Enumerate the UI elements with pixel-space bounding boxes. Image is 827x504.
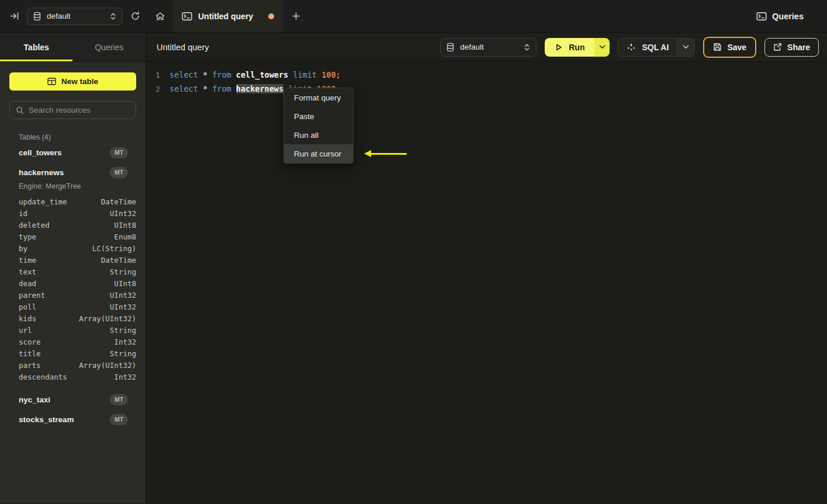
- column-name: parent: [19, 291, 45, 300]
- column-row: deadUInt8: [9, 277, 136, 289]
- active-tab-underline: [0, 60, 72, 61]
- column-row: timeDateTime: [9, 254, 136, 266]
- column-type: Int32: [114, 373, 136, 381]
- engine-badge: MT: [110, 147, 128, 158]
- menu-item-paste[interactable]: Paste: [284, 107, 353, 126]
- database-selector-value: default: [47, 12, 71, 20]
- column-name: deleted: [19, 221, 50, 230]
- home-button[interactable]: [146, 0, 174, 32]
- table-row[interactable]: nyc_taxiMT: [9, 390, 136, 409]
- terminal-icon: [182, 12, 192, 21]
- column-name: url: [19, 326, 32, 335]
- query-toolbar: Untitled query default: [146, 33, 827, 61]
- tab-strip: Untitled query: [146, 0, 309, 32]
- share-button[interactable]: Share: [764, 38, 819, 57]
- sidebar-tab-bar: Tables Queries: [0, 33, 146, 61]
- table-name: hackernews: [19, 168, 64, 177]
- column-type: Array(UInt32): [79, 314, 136, 323]
- new-table-button[interactable]: New table: [9, 72, 136, 91]
- unsaved-changes-dot: [268, 13, 274, 19]
- sql-ai-options-button[interactable]: [677, 39, 694, 56]
- run-button[interactable]: Run: [545, 38, 594, 57]
- save-button[interactable]: Save: [703, 37, 756, 58]
- code-line[interactable]: 2select * from hackernews limit 1000: [146, 82, 827, 96]
- column-name: text: [19, 267, 36, 276]
- table-name: cell_towers: [19, 148, 62, 157]
- column-name: descendants: [19, 373, 67, 381]
- menu-item-format-query[interactable]: Format query: [284, 88, 353, 107]
- column-type: Array(UInt32): [79, 361, 136, 370]
- line-number: 1: [146, 71, 169, 79]
- new-table-label: New table: [61, 77, 98, 86]
- engine-badge: MT: [110, 167, 128, 178]
- code-text: select * from cell_towers limit 100;: [169, 70, 341, 79]
- database-selector-value: default: [460, 43, 484, 51]
- database-selector-top[interactable]: default: [27, 8, 123, 25]
- column-type: String: [110, 267, 136, 276]
- collapse-sidebar-button[interactable]: [9, 11, 19, 21]
- column-name: score: [19, 338, 41, 346]
- tab-title: Untitled query: [198, 12, 253, 21]
- sidebar-tab-tables[interactable]: Tables: [0, 33, 73, 61]
- resources-sidebar: New table Tables (4) cell_towersMThacker…: [0, 62, 146, 503]
- column-type: UInt32: [110, 291, 136, 300]
- column-type: UInt8: [114, 279, 136, 288]
- column-name: type: [19, 232, 36, 241]
- table-row[interactable]: cell_towersMT: [9, 142, 136, 162]
- refresh-icon: [130, 11, 140, 21]
- search-input[interactable]: [29, 106, 130, 114]
- run-options-button[interactable]: [594, 38, 610, 57]
- column-name: time: [19, 256, 36, 265]
- sql-ai-button[interactable]: SQL AI: [618, 39, 677, 56]
- save-label: Save: [727, 43, 746, 52]
- table-name: nyc_taxi: [19, 395, 50, 404]
- sidebar-tab-queries[interactable]: Queries: [73, 33, 146, 61]
- column-row: scoreInt32: [9, 336, 136, 347]
- menu-item-run-at-cursor[interactable]: Run at cursor: [284, 144, 353, 163]
- column-row: idUInt32: [9, 207, 136, 219]
- column-type: UInt8: [114, 221, 136, 230]
- database-selector-toolbar[interactable]: default: [440, 38, 537, 57]
- new-tab-button[interactable]: [282, 0, 309, 32]
- column-type: String: [110, 326, 136, 335]
- column-row: descendantsInt32: [9, 371, 136, 383]
- database-icon: [33, 12, 41, 21]
- play-icon: [555, 43, 563, 51]
- editor-context-menu: Format queryPasteRun allRun at cursor: [283, 88, 354, 164]
- sql-editor[interactable]: 1select * from cell_towers limit 100;2se…: [146, 62, 827, 503]
- code-token: *: [203, 84, 212, 93]
- column-name: update_time: [19, 197, 67, 206]
- column-row: typeEnum8: [9, 231, 136, 242]
- arrow-shaft: [370, 153, 407, 155]
- column-row: partsArray(UInt32): [9, 359, 136, 371]
- refresh-button[interactable]: [130, 11, 140, 21]
- tab-untitled-query[interactable]: Untitled query: [174, 0, 282, 32]
- column-type: DateTime: [101, 197, 136, 206]
- column-type: LC(String): [92, 244, 136, 253]
- query-title: Untitled query: [157, 43, 209, 52]
- menu-item-run-all[interactable]: Run all: [284, 126, 353, 144]
- queries-menu-button[interactable]: Queries: [756, 0, 827, 32]
- sql-ai-label: SQL AI: [642, 43, 669, 52]
- column-row: parentUInt32: [9, 289, 136, 301]
- code-token: limit: [293, 70, 321, 79]
- chevron-updown-icon: [523, 43, 531, 51]
- table-row[interactable]: hackernewsMT: [9, 162, 136, 182]
- column-type: Int32: [114, 338, 136, 346]
- column-row: update_timeDateTime: [9, 196, 136, 207]
- code-line[interactable]: 1select * from cell_towers limit 100;: [146, 68, 827, 82]
- sparkles-icon: [627, 43, 636, 52]
- code-token: 100;: [321, 70, 341, 79]
- table-name: stocks_stream: [19, 415, 74, 424]
- column-row: textString: [9, 266, 136, 277]
- table-row[interactable]: stocks_streamMT: [9, 409, 136, 429]
- tables-list: cell_towersMThackernewsMTEngine: MergeTr…: [9, 142, 136, 429]
- database-icon: [446, 43, 455, 52]
- top-bar: default: [0, 0, 827, 33]
- column-type: Enum8: [114, 232, 136, 241]
- code-token: hackernews: [236, 84, 283, 93]
- column-name: poll: [19, 303, 36, 311]
- code-token: *: [203, 70, 212, 79]
- column-row: titleString: [9, 347, 136, 359]
- column-list: update_timeDateTimeidUInt32deletedUInt8t…: [9, 196, 136, 383]
